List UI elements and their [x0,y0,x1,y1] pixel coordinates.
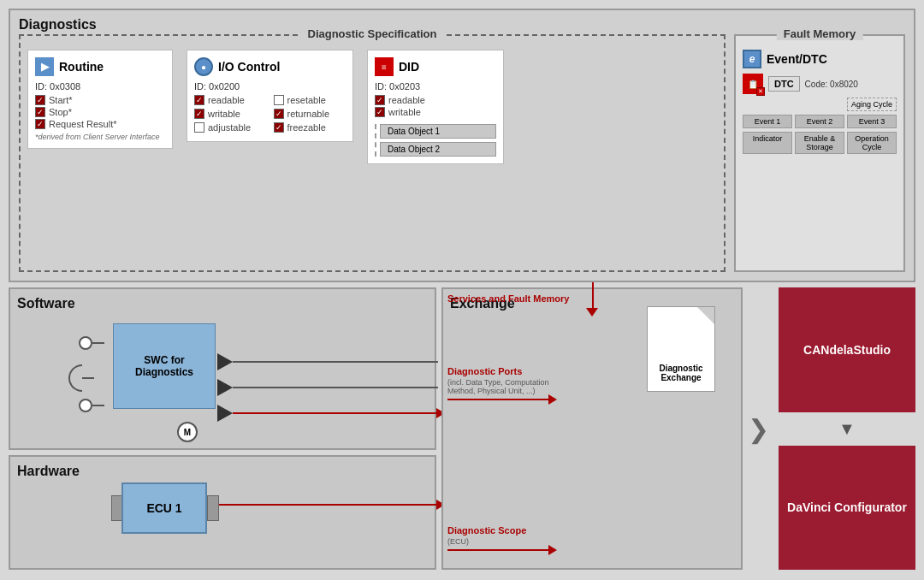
enable-storage-box: Enable & Storage [795,132,844,154]
dtc-code: Code: 0x8020 [805,80,858,89]
diagnostic-exchange-doc: Diagnostic Exchange [647,306,715,392]
exchange-panel: Exchange Services and Fault Memory Diagn… [441,287,743,570]
dtc-box: DTC [768,76,800,92]
io-id: ID: 0x0200 [194,81,346,92]
lollipop-line-top [92,342,104,344]
diag-ports-label: Diagnostic Ports [447,366,559,376]
cb-checked-icon: ✓ [375,107,385,117]
lollipop-arc [68,364,82,392]
lollipop-circle-top [79,336,92,350]
main-container: Diagnostics Diagnostic Specification ▶ R… [0,0,924,580]
routine-check-result: ✓ Request Result* [35,119,165,129]
software-panel: Software SWC for Diagnostics [9,287,436,450]
lollipop-top [79,336,104,350]
lollipop-circle-bot [79,399,92,412]
bottom-grid: Indicator Enable & Storage Operation Cyc… [743,132,897,154]
routine-check-start: ✓ Start* [35,95,165,105]
down-arrow-red [586,308,598,317]
cb-checked-icon: ✓ [35,95,45,105]
event-1: Event 1 [743,115,792,128]
cb-checked-icon: ✓ [35,107,45,117]
hardware-panel: Hardware ECU 1 [9,455,436,570]
diag-scope-arrowhead [548,545,557,555]
hardware-title: Hardware [17,464,428,479]
services-label: Services and Fault Memory [447,293,569,304]
indicator-box: Indicator [743,132,792,154]
diag-ports-section: Diagnostic Ports (incl. Data Type, Compu… [447,366,559,400]
diagnostic-spec-label: Diagnostic Specification [301,27,444,40]
software-title: Software [17,296,428,311]
routine-card-title: ▶ Routine [35,57,165,76]
diagnostics-title: Diagnostics [19,17,905,33]
diag-scope-label: Diagnostic Scope [447,525,550,536]
io-checkboxes: ✓readable resetable ✓writable ✓returnabl… [194,95,346,134]
swc-box: SWC for Diagnostics [113,323,216,409]
diag-ports-arrowhead [548,394,557,405]
lollipop-bot [79,399,104,412]
did-data-objects: Data Object 1 Data Object 2 [375,124,496,157]
data-object-2: Data Object 2 [380,142,496,157]
data-object-1: Data Object 1 [380,124,496,139]
event-icon: e [743,50,761,68]
cb-checked-icon: ✓ [375,95,385,105]
chevron-right-icon: ❯ [748,414,769,444]
diag-scope-sub: (ECU) [447,537,550,546]
event-3: Event 3 [847,115,897,128]
swc-arrow-out-1 [217,353,233,370]
event-grid: Event 1 Event 2 Event 3 [743,115,897,128]
cb-checked-icon: ✓ [274,122,284,133]
operation-cycle-box: Operation Cycle [847,132,897,154]
did-card-title: ≡ DID [375,57,496,76]
diag-scope-arrow [447,549,550,551]
did-id: ID: 0x0203 [375,81,496,92]
dtc-x-badge: ✕ [756,87,765,96]
cb-unchecked-icon [194,122,204,133]
did-icon: ≡ [375,57,394,76]
swc-line-2 [233,387,438,388]
ecu-box: ECU 1 [121,482,207,534]
swc-line-3 [233,412,438,414]
routine-check-stop: ✓ Stop* [35,107,165,117]
routine-note: *derived from Client Server Interface [35,133,165,141]
diag-ports-arrow [447,399,550,400]
doc-label: Diagnostic Exchange [648,364,714,382]
aging-cycle: Aging Cycle [847,98,897,111]
lollipop-line-bot [92,405,104,406]
cb-checked-icon: ✓ [194,109,204,119]
cb-checked-icon: ✓ [35,119,45,129]
bottom-section: Software SWC for Diagnostics [9,287,915,570]
candelastudio-box: CANdelaStudio [779,287,915,412]
lollipop-line-arc [82,377,94,379]
routine-icon: ▶ [35,57,54,76]
dtc-icon-wrap: 📋 ✕ [743,74,763,94]
right-panels: CANdelaStudio ▼ DaVinci Configurator [779,287,915,570]
swc-arrow-out-2 [217,379,233,396]
routine-card: ▶ Routine ID: 0x0308 ✓ Start* ✓ Stop* ✓ [27,50,173,149]
io-card-title: ● I/O Control [194,57,346,76]
swc-arrow-out-3 [217,405,233,422]
ecu-connector-right [207,495,219,521]
m-circle: M [177,422,198,442]
did-card: ≡ DID ID: 0x0203 ✓readable ✓writable Dat… [367,50,504,164]
diag-scope-section: Diagnostic Scope (ECU) [447,525,550,551]
chevron-wrap: ❯ [748,287,773,570]
down-chevron-icon: ▼ [779,419,915,439]
dtc-row: 📋 ✕ DTC Code: 0x8020 [743,74,897,94]
event-dtc-content: e Event/DTC 📋 ✕ DTC Code: 0x8020 Aging C… [743,43,897,154]
diagnostics-section: Diagnostics Diagnostic Specification ▶ R… [9,9,915,282]
io-control-card: ● I/O Control ID: 0x0200 ✓readable reset… [187,50,353,142]
cb-checked-icon: ✓ [194,95,204,105]
cb-unchecked-icon [274,95,284,105]
cb-checked-icon: ✓ [274,109,284,119]
doc-fold [697,307,714,324]
vertical-red-line [592,282,594,308]
diagnostic-spec-box: Diagnostic Specification ▶ Routine ID: 0… [19,34,726,272]
scope-line [219,504,438,506]
routine-id: ID: 0x0308 [35,81,165,92]
event-dtc-title: e Event/DTC [743,50,897,68]
diag-ports-sub: (incl. Data Type, Computation Method, Ph… [447,378,559,395]
lollipop-mid [68,364,94,392]
fault-memory-box: Fault Memory e Event/DTC 📋 ✕ DTC Code: 0… [734,34,905,272]
event-2: Event 2 [795,115,844,128]
io-icon: ● [194,57,213,76]
